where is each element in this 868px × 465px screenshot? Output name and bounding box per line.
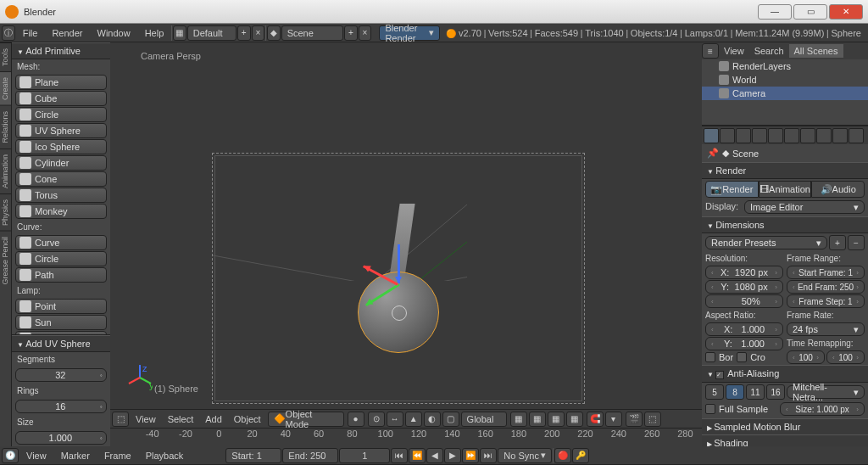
add-monkey-button[interactable]: Monkey	[15, 204, 107, 219]
prop-data-icon[interactable]	[816, 128, 832, 143]
render-presets-dropdown[interactable]: Render Presets▾	[705, 236, 827, 249]
menu-render[interactable]: Render	[45, 26, 89, 40]
vp-menu-add[interactable]: Add	[200, 414, 227, 424]
maximize-button[interactable]: ▭	[793, 4, 827, 20]
layers-3-icon[interactable]: ▦	[548, 412, 565, 427]
start-frame-field[interactable]: Start Frame: 1	[787, 266, 865, 279]
add-icosphere-button[interactable]: Ico Sphere	[15, 139, 107, 154]
start-frame-field-tl[interactable]: Start: 1	[225, 448, 281, 463]
tab-animation[interactable]: Animation	[0, 148, 11, 193]
tl-menu-view[interactable]: View	[19, 449, 53, 462]
add-torus-button[interactable]: Torus	[15, 188, 107, 203]
frame-step-field[interactable]: Frame Step: 1	[787, 294, 865, 308]
layout-del-icon[interactable]: ×	[252, 25, 265, 41]
add-cylinder-button[interactable]: Cylinder	[15, 155, 107, 171]
gizmo-z-axis[interactable]	[398, 244, 400, 283]
add-point-button[interactable]: Point	[15, 299, 107, 314]
vp-menu-select[interactable]: Select	[163, 414, 199, 424]
outliner-view[interactable]: View	[719, 44, 749, 58]
manipulator-translate-icon[interactable]: ▲	[405, 412, 422, 427]
render-preview-icon[interactable]: 🎬	[626, 412, 643, 427]
aa-pixelsize-field[interactable]: Size: 1.000 px	[780, 402, 865, 416]
render-panel-header[interactable]: Render	[702, 162, 868, 179]
res-y-field[interactable]: Y:1080 px	[705, 280, 783, 294]
add-uvsphere-button[interactable]: UV Sphere	[15, 123, 107, 138]
editor-type-icon[interactable]: ⓘ	[2, 25, 15, 41]
aa-11-button[interactable]: 11	[746, 384, 765, 400]
mode-dropdown[interactable]: 🔶 Object Mode	[268, 412, 344, 427]
preset-add-icon[interactable]: +	[829, 235, 846, 250]
add-plane-button[interactable]: Plane	[15, 75, 107, 90]
orientation-dropdown[interactable]: Global	[461, 412, 507, 427]
3d-viewport[interactable]: Camera Persp zy (1) Sphere ⬚ View	[110, 42, 702, 446]
keyframe-prev-icon[interactable]: ⏪	[409, 448, 426, 463]
outliner-item-renderlayers[interactable]: RenderLayers	[702, 59, 868, 73]
sync-dropdown[interactable]: No Sync▾	[498, 448, 552, 463]
size-field[interactable]: 1.000	[15, 431, 107, 445]
snap-type-icon[interactable]: ▾	[605, 412, 622, 427]
vp-menu-object[interactable]: Object	[229, 414, 266, 424]
aa-5-button[interactable]: 5	[705, 384, 724, 400]
dimensions-header[interactable]: Dimensions	[702, 216, 868, 233]
menu-file[interactable]: File	[16, 26, 45, 40]
full-sample-checkbox[interactable]	[705, 404, 715, 414]
render-border-icon[interactable]: ⬚	[644, 412, 661, 427]
keyframe-next-icon[interactable]: ⏩	[462, 448, 479, 463]
prop-modifiers-icon[interactable]	[800, 128, 815, 143]
scene-add-icon[interactable]: +	[344, 25, 358, 41]
layout-add-icon[interactable]: +	[237, 25, 251, 41]
manipulator-rotate-icon[interactable]: ◐	[424, 412, 441, 427]
play-reverse-icon[interactable]: ◀	[426, 448, 443, 463]
vp-menu-view[interactable]: View	[131, 414, 161, 424]
editor-3dview-icon[interactable]: ⬚	[112, 412, 129, 427]
aspect-y-field[interactable]: Y:1.000	[705, 337, 783, 350]
add-sun-button[interactable]: Sun	[15, 315, 107, 330]
render-engine-dropdown[interactable]: Blender Render▾	[379, 25, 440, 41]
tab-tools[interactable]: Tools	[0, 42, 11, 71]
end-frame-field-tl[interactable]: End: 250	[282, 448, 338, 463]
jump-start-icon[interactable]: ⏮	[391, 448, 408, 463]
preset-del-icon[interactable]: −	[848, 235, 865, 250]
scene-del-icon[interactable]: ×	[359, 25, 372, 41]
scene-icon[interactable]: ◆	[267, 25, 281, 41]
menu-help[interactable]: Help	[138, 26, 171, 40]
end-frame-field[interactable]: End Fram: 250	[787, 280, 865, 294]
autokey-icon[interactable]: 🔴	[554, 448, 571, 463]
animation-button[interactable]: 🎞 Animation	[759, 181, 812, 198]
prop-constraints-icon[interactable]	[784, 128, 799, 143]
outliner-search[interactable]: Search	[749, 44, 789, 58]
motion-blur-header[interactable]: Sampled Motion Blur	[702, 418, 868, 434]
prop-render-icon[interactable]	[704, 128, 719, 143]
menu-window[interactable]: Window	[91, 26, 137, 40]
border-checkbox[interactable]	[705, 352, 715, 362]
aspect-x-field[interactable]: X:1.000	[705, 322, 783, 336]
tl-menu-playback[interactable]: Playback	[139, 449, 191, 462]
add-cone-button[interactable]: Cone	[15, 171, 107, 187]
prop-scene-icon[interactable]	[736, 128, 751, 143]
outliner-editor-icon[interactable]: ≡	[702, 43, 719, 59]
jump-end-icon[interactable]: ⏭	[480, 448, 497, 463]
keying-set-icon[interactable]: 🔑	[572, 448, 589, 463]
crop-checkbox[interactable]	[737, 352, 747, 362]
res-pct-field[interactable]: 50%	[705, 294, 783, 308]
tab-relations[interactable]: Relations	[0, 105, 11, 148]
remap-new-field[interactable]: 100	[826, 350, 865, 364]
rings-field[interactable]: 16	[15, 400, 107, 413]
fps-dropdown[interactable]: 24 fps▾	[787, 322, 865, 336]
pin-icon[interactable]: 📌	[707, 148, 719, 159]
prop-renderlayers-icon[interactable]	[720, 128, 735, 143]
segments-field[interactable]: 32	[15, 368, 107, 382]
outliner-item-camera[interactable]: Camera	[702, 87, 868, 100]
scene-field[interactable]: Scene	[281, 25, 343, 41]
timeline-editor-icon[interactable]: 🕐	[2, 448, 19, 463]
current-frame-field[interactable]: 1	[339, 448, 390, 463]
outliner-item-world[interactable]: World	[702, 73, 868, 87]
operator-header[interactable]: Add UV Sphere	[12, 335, 110, 352]
manipulator-icon[interactable]: ↔	[387, 412, 403, 427]
audio-button[interactable]: 🔊 Audio	[811, 181, 865, 198]
aa-8-button[interactable]: 8	[726, 384, 744, 400]
shading-header[interactable]: Shading	[702, 434, 868, 446]
layout-icon[interactable]: ▦	[173, 25, 186, 41]
timeline-ruler[interactable]: -40-200204060801001201401601802002202402…	[110, 428, 702, 446]
minimize-button[interactable]: —	[758, 4, 792, 20]
